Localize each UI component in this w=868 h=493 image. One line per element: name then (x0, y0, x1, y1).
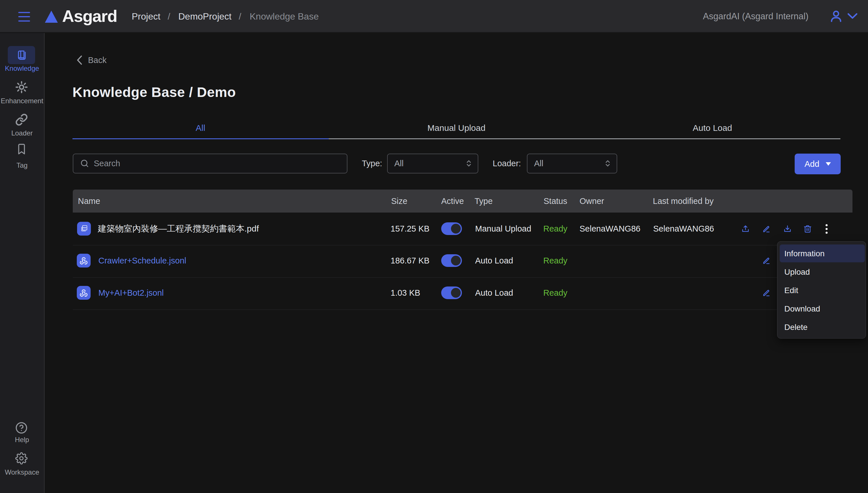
svg-text:PDF: PDF (83, 227, 87, 229)
